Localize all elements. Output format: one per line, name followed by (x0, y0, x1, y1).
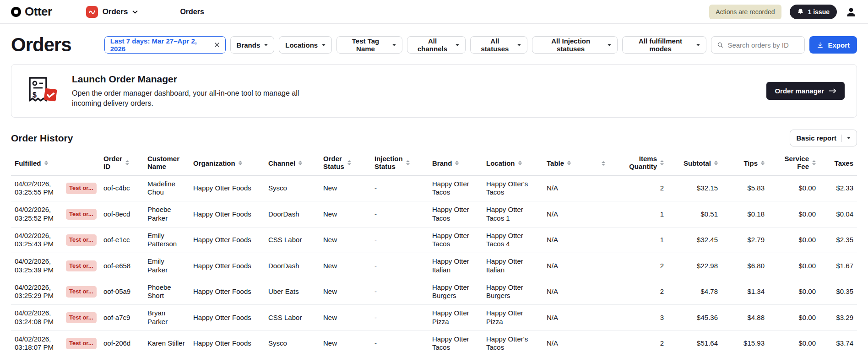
cell-channel: DoorDash (265, 201, 320, 227)
cell-table: N/A (543, 330, 598, 352)
sort-icon[interactable] (239, 161, 242, 166)
cell-injection-status: - (371, 227, 429, 253)
cell-order-status: New (320, 201, 371, 227)
filter-channels-dropdown[interactable]: All channels (407, 36, 466, 54)
test-order-badge: Test or... (66, 183, 97, 194)
report-type-dropdown[interactable]: Basic report (790, 130, 857, 146)
filter-label: Brands (237, 41, 260, 49)
filter-brands-dropdown[interactable]: Brands (230, 36, 275, 54)
divider (841, 135, 842, 142)
cell-tag: Test or... (62, 330, 100, 352)
cell-taxes: $3.74 (819, 330, 857, 352)
order-manager-button[interactable]: Order manager (766, 82, 845, 100)
cell-brand: Happy Otter Tacos (429, 227, 483, 253)
col-header-channel: Channel (265, 150, 320, 175)
sort-icon[interactable] (406, 160, 410, 165)
cell-customer-name: Phoebe Short (144, 279, 190, 305)
sort-icon[interactable] (567, 161, 571, 166)
cell-organization: Happy Otter Foods (190, 279, 265, 305)
sort-icon[interactable] (761, 161, 765, 166)
cell-spacer (598, 279, 616, 305)
cell-items-quantity: 2 (616, 175, 667, 201)
user-avatar[interactable] (845, 6, 857, 18)
order-row[interactable]: 04/02/2026, 03:25:55 PM Test or... oof-c… (11, 175, 857, 201)
sort-icon[interactable] (125, 160, 129, 165)
filter-bar: Last 7 days: Mar 27–Apr 2, 2026 Brands L… (104, 36, 857, 54)
date-filter-chip[interactable]: Last 7 days: Mar 27–Apr 2, 2026 (104, 36, 226, 54)
cell-tips: $4.88 (722, 305, 768, 331)
chevron-down-icon (264, 44, 268, 46)
orders-app-icon (86, 6, 98, 18)
export-button[interactable]: Export (809, 36, 857, 54)
column-label: Injection Status (374, 155, 403, 171)
sort-icon[interactable] (518, 161, 522, 166)
order-row[interactable]: 04/02/2026, 03:25:52 PM Test or... oof-8… (11, 201, 857, 227)
sort-icon[interactable] (44, 161, 48, 166)
col-header-subtotal: Subtotal (667, 150, 722, 175)
sort-icon[interactable] (298, 161, 302, 166)
filter-fulfillment-modes-dropdown[interactable]: All fulfillment modes (622, 36, 707, 54)
cell-organization: Happy Otter Foods (190, 201, 265, 227)
col-header-taxes: Taxes (819, 150, 857, 175)
cell-order-status: New (320, 253, 371, 279)
cell-location: Happy Otter Tacos 4 (483, 227, 543, 253)
topbar-page-title[interactable]: Orders (180, 8, 204, 16)
test-order-badge: Test or... (66, 209, 97, 220)
order-row[interactable]: 04/02/2026, 03:18:07 PM Test or... oof-2… (11, 330, 857, 352)
search-orders-input[interactable] (727, 41, 799, 49)
test-order-badge: Test or... (66, 338, 97, 349)
sort-icon[interactable] (455, 161, 459, 166)
cell-items-quantity: 2 (616, 279, 667, 305)
filter-test-tag-dropdown[interactable]: Test Tag Name (336, 36, 402, 54)
person-icon (845, 6, 857, 18)
chevron-down-icon (392, 44, 396, 46)
order-row[interactable]: 04/02/2026, 03:25:39 PM Test or... oof-e… (11, 253, 857, 279)
filter-label: All channels (413, 37, 451, 53)
column-label: Brand (432, 159, 452, 167)
filter-statuses-dropdown[interactable]: All statuses (470, 36, 527, 54)
filter-locations-dropdown[interactable]: Locations (279, 36, 332, 54)
orders-table: Fulfilled Order ID Customer Name Organiz… (11, 150, 857, 352)
cell-items-quantity: 1 (616, 227, 667, 253)
order-row[interactable]: 04/02/2026, 03:25:43 PM Test or... oof-e… (11, 227, 857, 253)
search-icon (717, 41, 723, 49)
sort-icon[interactable] (812, 160, 816, 165)
cell-tips: $5.83 (722, 175, 768, 201)
order-history-header: Order History Basic report (0, 118, 868, 150)
cell-items-quantity: 2 (616, 253, 667, 279)
cell-taxes: $1.67 (819, 253, 857, 279)
otter-logo[interactable]: Otter (11, 5, 52, 19)
cell-tag: Test or... (62, 305, 100, 331)
order-row[interactable]: 04/02/2026, 03:24:08 PM Test or... oof-a… (11, 305, 857, 331)
sort-icon[interactable] (602, 161, 605, 166)
close-icon[interactable] (214, 42, 220, 48)
actions-recorded-badge: Actions are recorded (709, 5, 781, 19)
topbar: Otter Orders Orders Actions are recorded… (0, 0, 868, 24)
cell-table: N/A (543, 305, 598, 331)
sort-icon[interactable] (660, 160, 664, 165)
export-label: Export (828, 41, 850, 49)
col-header-order-id: Order ID (100, 150, 144, 175)
col-header-injection-status: Injection Status (371, 150, 429, 175)
cell-subtotal: $45.36 (667, 305, 722, 331)
sort-icon[interactable] (714, 161, 718, 166)
app-switcher[interactable]: Orders (86, 6, 138, 18)
sort-icon[interactable] (347, 160, 351, 165)
cell-tag: Test or... (62, 201, 100, 227)
cell-subtotal: $0.51 (667, 201, 722, 227)
cell-taxes: $0.04 (819, 201, 857, 227)
col-header-fulfilled: Fulfilled (11, 150, 62, 175)
order-row[interactable]: 04/02/2026, 03:25:29 PM Test or... oof-0… (11, 279, 857, 305)
cell-order-id: oof-05a9 (100, 279, 144, 305)
filter-injection-statuses-dropdown[interactable]: All Injection statuses (532, 36, 618, 54)
cell-organization: Happy Otter Foods (190, 175, 265, 201)
col-header-service-fee: Service Fee (768, 150, 819, 175)
cell-location: Happy Otter Burgers (483, 279, 543, 305)
cell-service-fee: $0.00 (768, 253, 819, 279)
cell-injection-status: - (371, 175, 429, 201)
cell-order-id: oof-e658 (100, 253, 144, 279)
search-orders-box (711, 36, 805, 54)
issues-button[interactable]: 1 issue (790, 5, 837, 19)
col-header-organization: Organization (190, 150, 265, 175)
cell-spacer (598, 201, 616, 227)
